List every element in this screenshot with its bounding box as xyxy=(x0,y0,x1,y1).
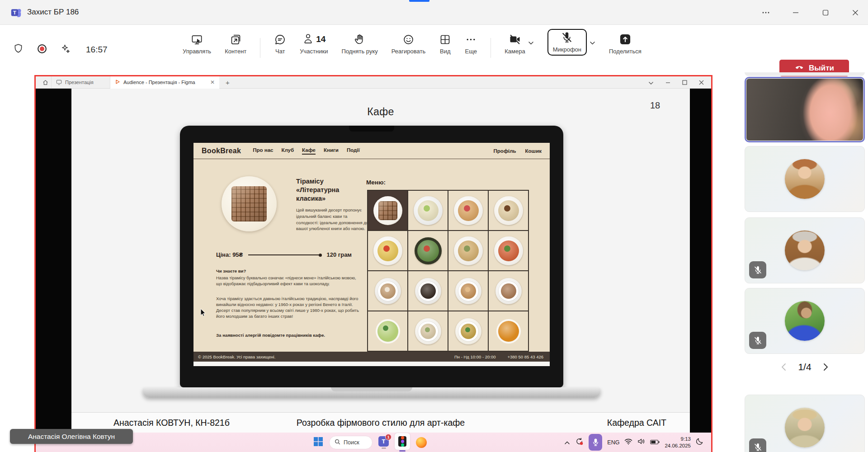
window-maximize-button[interactable] xyxy=(819,6,832,19)
participant-tile-1[interactable] xyxy=(745,77,865,142)
browser-close-button[interactable] xyxy=(699,79,704,87)
clock-time: 9:13 xyxy=(681,436,691,442)
tiramisu-photo xyxy=(222,176,277,231)
toolbar-divider xyxy=(260,38,260,58)
participants-icon xyxy=(302,33,314,47)
teams-meeting-window: T Захист БР 186 16:57 Управлять Контент xyxy=(0,0,868,452)
menu-item-black-coffee[interactable] xyxy=(408,271,448,311)
menu-item-coffee-with-milk[interactable] xyxy=(488,271,528,311)
security-shield-icon[interactable] xyxy=(13,43,24,56)
react-button[interactable]: Реагировать xyxy=(392,29,425,55)
browser-dropdown-icon[interactable] xyxy=(648,79,654,87)
site-footer: © 2025 BookBreak. Усі права захищені. Пн… xyxy=(193,352,550,362)
content-button[interactable]: Контент xyxy=(225,29,246,55)
share-border-top xyxy=(34,75,712,76)
weight-label: 120 грам xyxy=(326,251,352,258)
menu-item-club-sandwich[interactable] xyxy=(448,231,488,271)
react-smiley-icon xyxy=(402,33,415,46)
night-mode-moon-icon[interactable] xyxy=(696,438,703,447)
tray-microphone-active[interactable] xyxy=(589,434,602,451)
participants-button[interactable]: 14 Участники xyxy=(300,29,328,55)
share-button[interactable]: Поделиться xyxy=(609,29,642,55)
battery-icon[interactable] xyxy=(650,438,660,447)
camera-button[interactable]: Камера xyxy=(505,29,525,55)
search-label: Поиск xyxy=(344,439,359,446)
participant-tile-2[interactable] xyxy=(745,146,865,212)
menu-item-green-tea-mint[interactable] xyxy=(448,311,488,351)
browser-tab-presentation[interactable]: Презентація xyxy=(51,76,110,89)
laptop-base xyxy=(143,387,600,397)
running-indicator xyxy=(382,447,386,449)
menu-item-latte-art[interactable] xyxy=(368,271,408,311)
menu-item-amber-tea[interactable] xyxy=(488,311,528,351)
copilot-sparkle-icon[interactable] xyxy=(60,43,71,56)
participant-tile-3[interactable] xyxy=(745,217,865,283)
share-border-left xyxy=(34,75,36,452)
volume-icon[interactable] xyxy=(637,438,645,447)
share-border-right xyxy=(711,75,712,452)
menu-item-cappuccino[interactable] xyxy=(448,271,488,311)
menu-item-pasta[interactable] xyxy=(488,231,528,271)
more-button[interactable]: Еще xyxy=(465,29,477,55)
pager-next-icon[interactable] xyxy=(823,363,828,371)
opening-hours: Пн - Нд 10:00 - 20:00 xyxy=(454,354,496,359)
shared-screen-region: Презентація Audience - Презентація - Fig… xyxy=(34,75,712,452)
taskbar-search[interactable]: Поиск xyxy=(329,436,373,449)
menu-item-egg-toast[interactable] xyxy=(368,231,408,271)
browser-minimize-button[interactable] xyxy=(665,79,670,87)
participant-tile-5[interactable] xyxy=(745,395,865,452)
pager-prev-icon[interactable] xyxy=(781,363,786,371)
phone-number: +380 50 85 43 426 xyxy=(507,354,543,359)
teams-app-icon: T1 xyxy=(378,436,389,447)
window-more-button[interactable] xyxy=(760,6,772,19)
nav-events[interactable]: Події xyxy=(347,147,360,155)
tab-close-icon[interactable]: ✕ xyxy=(210,79,215,85)
tray-clock[interactable]: 9:13 24.06.2025 xyxy=(665,436,691,449)
window-minimize-button[interactable] xyxy=(789,6,802,19)
nav-books[interactable]: Книги xyxy=(324,147,339,155)
wifi-icon[interactable] xyxy=(624,438,632,447)
nav-cafe-active[interactable]: Кафе xyxy=(302,147,316,155)
tray-chevron-up-icon[interactable] xyxy=(564,438,570,447)
language-indicator[interactable]: ENG xyxy=(607,439,619,446)
browser-tab-figma-active[interactable]: Audience - Презентація - Figma ✕ xyxy=(110,76,219,89)
window-close-button[interactable] xyxy=(849,6,862,19)
camera-label: Камера xyxy=(505,48,525,55)
taskbar-firefox-app[interactable] xyxy=(416,437,427,448)
menu-item-milk-tea[interactable] xyxy=(408,311,448,351)
slide-title: Кафе xyxy=(71,106,690,118)
manage-button[interactable]: Управлять xyxy=(183,29,211,55)
camera-chevron-icon[interactable] xyxy=(528,39,534,47)
menu-item-salad-bowl[interactable] xyxy=(408,231,448,271)
manage-label: Управлять xyxy=(183,48,211,55)
browser-home-icon[interactable] xyxy=(39,80,51,85)
view-button[interactable]: Вид xyxy=(439,29,451,55)
raise-hand-button[interactable]: Поднять руку xyxy=(341,29,377,55)
browser-maximize-button[interactable] xyxy=(682,79,687,87)
mic-muted-badge xyxy=(749,438,766,452)
nav-club[interactable]: Клуб xyxy=(281,147,294,155)
tab-label: Презентація xyxy=(65,80,94,85)
nav-about[interactable]: Про нас xyxy=(253,147,273,155)
site-nav: Про нас Клуб Кафе Книги Події xyxy=(253,147,360,155)
start-button[interactable] xyxy=(313,437,323,448)
menu-item-chocolate-cookies[interactable] xyxy=(488,190,528,231)
taskbar-figma-app[interactable] xyxy=(395,433,410,452)
menu-item-pancakes-berries[interactable] xyxy=(448,190,488,231)
tray-sync-icon[interactable] xyxy=(575,437,584,447)
share-label: Поделиться xyxy=(609,48,642,55)
site-logo[interactable]: BookBreak xyxy=(202,147,241,155)
menu-item-tiramisu[interactable] xyxy=(368,190,408,231)
chat-button[interactable]: Чат xyxy=(274,29,286,55)
participant-tile-4[interactable] xyxy=(745,288,865,354)
raise-hand-icon xyxy=(354,33,366,46)
menu-item-matcha-mint[interactable] xyxy=(368,311,408,351)
microphone-button[interactable]: Микрофон xyxy=(547,29,587,56)
nav-cart[interactable]: Кошик xyxy=(525,148,542,154)
taskbar-teams-app[interactable]: T1 xyxy=(378,436,389,449)
menu-item-cheesecake-lime[interactable] xyxy=(408,190,448,231)
microphone-chevron-icon[interactable] xyxy=(590,39,595,47)
clock-date: 24.06.2025 xyxy=(665,443,691,448)
nav-profile[interactable]: Профіль xyxy=(494,148,516,154)
new-tab-button[interactable]: + xyxy=(226,79,230,86)
